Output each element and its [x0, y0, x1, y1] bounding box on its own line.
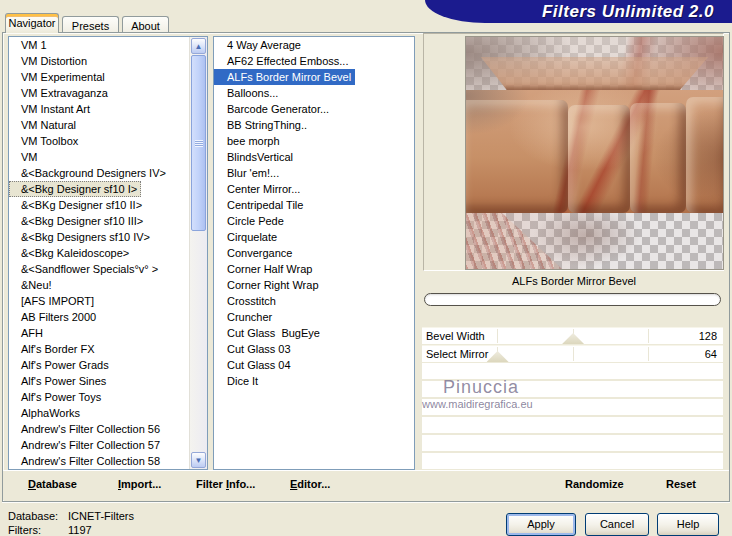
- empty-parameter-row: [422, 453, 723, 469]
- filter-info-button[interactable]: Filter Info...: [196, 478, 255, 490]
- filter-item[interactable]: Cirquelate: [214, 229, 414, 245]
- slider-bevel-width[interactable]: Bevel Width 128: [422, 327, 723, 344]
- category-item[interactable]: VM: [9, 149, 190, 165]
- category-item[interactable]: VM Experimental: [9, 69, 190, 85]
- randomize-button[interactable]: Randomize: [565, 478, 624, 490]
- category-item[interactable]: VM 1: [9, 37, 190, 53]
- slider-tick: [648, 329, 649, 343]
- filters-count-value: 1197: [68, 524, 92, 536]
- filter-item[interactable]: BlindsVertical: [214, 149, 414, 165]
- reset-button[interactable]: Reset: [666, 478, 696, 490]
- slider-select-mirror[interactable]: Select Mirror 64: [422, 345, 723, 362]
- cancel-button[interactable]: Cancel: [585, 513, 649, 536]
- import-button[interactable]: Import...: [118, 478, 161, 490]
- category-item[interactable]: &<Bkg Kaleidoscope>: [9, 245, 190, 261]
- category-item[interactable]: AFH: [9, 325, 190, 341]
- apply-button[interactable]: Apply: [506, 513, 576, 536]
- tab-label: Navigator: [6, 14, 58, 29]
- scrollbar-grip-icon: [195, 140, 203, 147]
- editor-button[interactable]: Editor...: [290, 478, 330, 490]
- empty-parameter-row: [422, 417, 723, 433]
- category-item[interactable]: &<Bkg Designers sf10 IV>: [9, 229, 190, 245]
- filter-item[interactable]: Convergance: [214, 245, 414, 261]
- filter-item[interactable]: Crosstitch: [214, 293, 414, 309]
- category-item[interactable]: &<Bkg Designer sf10 III>: [9, 213, 190, 229]
- scroll-down-icon[interactable]: ▼: [191, 452, 206, 468]
- slider-thumb-icon[interactable]: [487, 351, 509, 362]
- category-item[interactable]: VM Distortion: [9, 53, 190, 69]
- category-listbox: VM 1VM DistortionVM ExperimentalVM Extra…: [8, 36, 208, 470]
- help-button[interactable]: Help: [657, 513, 719, 536]
- database-status-label: Database:: [8, 510, 58, 522]
- filter-item[interactable]: Blur 'em!...: [214, 165, 414, 181]
- category-item[interactable]: Alf's Power Grads: [9, 357, 190, 373]
- filter-item[interactable]: Centripedal Tile: [214, 197, 414, 213]
- selected-filter-name: ALFs Border Mirror Bevel: [422, 275, 726, 290]
- preview-bevel-tile: [465, 100, 568, 213]
- slider-label: Bevel Width: [426, 328, 485, 344]
- filter-item[interactable]: 4 Way Average: [214, 37, 414, 53]
- category-item[interactable]: VM Toolbox: [9, 133, 190, 149]
- slider-tick: [497, 329, 498, 343]
- slider-label: Select Mirror: [426, 346, 488, 362]
- filter-item[interactable]: Corner Right Wrap: [214, 277, 414, 293]
- category-item[interactable]: Alf's Power Sines: [9, 373, 190, 389]
- filter-item[interactable]: bee morph: [214, 133, 414, 149]
- category-list: VM 1VM DistortionVM ExperimentalVM Extra…: [9, 37, 190, 469]
- tab-label: About: [123, 17, 168, 32]
- category-item[interactable]: &<BKg Designer sf10 II>: [9, 197, 190, 213]
- preview-panel: ALFs Border Mirror Bevel Bevel Width 128…: [422, 33, 726, 469]
- filter-item[interactable]: Cut Glass BugEye: [214, 325, 414, 341]
- tab-presets[interactable]: Presets: [62, 16, 119, 33]
- database-button[interactable]: Database: [28, 478, 77, 490]
- filter-item[interactable]: Barcode Generator...: [214, 101, 414, 117]
- filter-item[interactable]: ALFs Border Mirror Bevel: [214, 69, 355, 85]
- category-item[interactable]: Alf's Power Toys: [9, 389, 190, 405]
- category-item[interactable]: &<Bkg Designer sf10 I>: [9, 181, 141, 197]
- tab-navigator[interactable]: Navigator: [5, 13, 59, 33]
- database-status-value: ICNET-Filters: [68, 510, 134, 522]
- category-item[interactable]: VM Instant Art: [9, 101, 190, 117]
- filter-item[interactable]: Balloons...: [214, 85, 414, 101]
- category-item[interactable]: VM Natural: [9, 117, 190, 133]
- tab-about[interactable]: About: [122, 16, 169, 33]
- filter-item[interactable]: Cruncher: [214, 309, 414, 325]
- preview-bevel-tile: [686, 97, 724, 213]
- category-item[interactable]: Alf's Border FX: [9, 341, 190, 357]
- category-item[interactable]: &<Sandflower Specials°v° >: [9, 261, 190, 277]
- category-item[interactable]: [AFS IMPORT]: [9, 293, 190, 309]
- filter-item[interactable]: Corner Half Wrap: [214, 261, 414, 277]
- preview-frame: [423, 33, 724, 271]
- preview-bevel-tile: [630, 103, 686, 213]
- filter-item[interactable]: Cut Glass 04: [214, 357, 414, 373]
- scrollbar-thumb[interactable]: [191, 55, 206, 231]
- filter-item[interactable]: BB StringThing..: [214, 117, 414, 133]
- category-item[interactable]: Andrew's Filter Collection 58: [9, 453, 190, 469]
- category-item[interactable]: AlphaWorks: [9, 405, 190, 421]
- category-item[interactable]: &Neu!: [9, 277, 190, 293]
- category-item[interactable]: AB Filters 2000: [9, 309, 190, 325]
- slider-tick: [573, 347, 574, 361]
- category-scrollbar[interactable]: ▲ ▼: [189, 37, 207, 469]
- scroll-up-icon[interactable]: ▲: [191, 38, 206, 54]
- progress-bar: [424, 293, 721, 306]
- category-item[interactable]: Andrew's Filter Collection 57: [9, 437, 190, 453]
- preview-image[interactable]: [465, 36, 724, 270]
- watermark-url: www.maidiregrafica.eu: [422, 398, 533, 410]
- tab-label: Presets: [63, 17, 118, 32]
- category-item[interactable]: &<Background Designers IV>: [9, 165, 190, 181]
- filter-item[interactable]: Dice It: [214, 373, 414, 389]
- slider-value: 128: [699, 328, 717, 344]
- slider-thumb-icon[interactable]: [562, 333, 584, 344]
- filter-item[interactable]: Cut Glass 03: [214, 341, 414, 357]
- filter-item[interactable]: Center Mirror...: [214, 181, 414, 197]
- category-item[interactable]: Andrew's Filter Collection 56: [9, 421, 190, 437]
- filter-item[interactable]: Circle Pede: [214, 213, 414, 229]
- bottom-toolbar: Database Import... Filter Info... Editor…: [3, 470, 729, 500]
- slider-tick: [648, 347, 649, 361]
- title-banner: Filters Unlimited 2.0: [425, 0, 732, 23]
- filter-item[interactable]: AF62 Effected Emboss...: [214, 53, 414, 69]
- category-item[interactable]: VM Extravaganza: [9, 85, 190, 101]
- slider-value: 64: [705, 346, 717, 362]
- empty-parameter-row: [422, 435, 723, 451]
